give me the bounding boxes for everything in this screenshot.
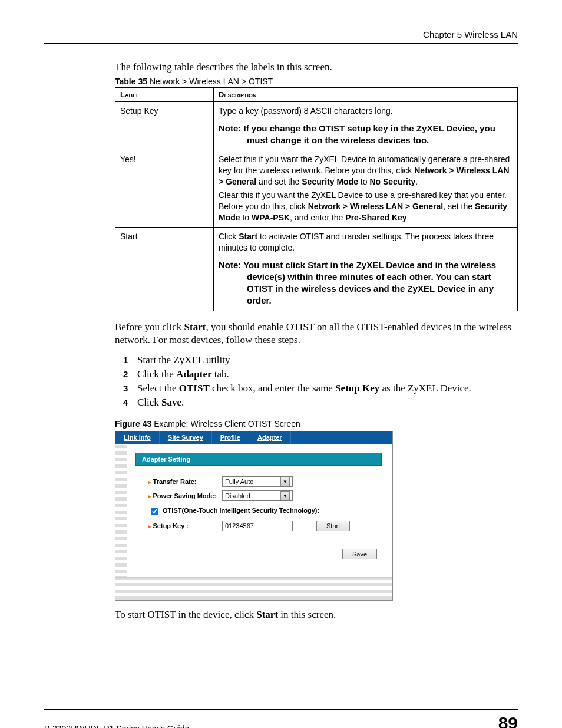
step-number: 4	[123, 397, 137, 407]
txt: .	[415, 177, 418, 186]
table-col-label: Label	[115, 88, 214, 102]
bold: No Security	[369, 177, 415, 186]
txt: To start OTIST in the device, click	[115, 609, 256, 620]
step-text: Start the ZyXEL utility	[137, 354, 230, 365]
row-yes-label: Yes!	[115, 150, 214, 227]
table-col-description: Description	[214, 88, 518, 102]
txt: Click	[137, 397, 161, 408]
table-35: Label Description Setup Key Type a key (…	[115, 87, 518, 311]
chapter-header: Chapter 5 Wireless LAN	[44, 29, 518, 39]
row-yes-desc: Select this if you want the ZyXEL Device…	[214, 150, 518, 227]
txt: to	[358, 177, 369, 186]
step-number: 2	[123, 369, 137, 379]
bold: Security Mode	[302, 177, 358, 186]
tab-link-info[interactable]: Link Info	[115, 431, 160, 444]
bold: Start	[256, 609, 278, 620]
tab-adapter[interactable]: Adapter	[249, 431, 291, 444]
txt: Click the	[137, 368, 176, 380]
power-saving-label: Power Saving Mode:	[148, 492, 222, 499]
setup-key-input[interactable]	[222, 521, 293, 531]
row-start-desc: Click Start to activate OTIST and transf…	[214, 227, 518, 311]
setup-key-note: Note: If you change the OTIST setup key …	[219, 123, 513, 147]
power-saving-value: Disabled	[225, 492, 250, 499]
txt: in this screen.	[278, 609, 336, 620]
row-start-label: Start	[115, 227, 214, 311]
transfer-rate-label: Transfer Rate:	[148, 478, 222, 485]
header-rule	[44, 43, 518, 44]
bold: Pre-Shared Key	[345, 213, 406, 222]
setup-key-desc-text: Type a key (password) 8 ASCII characters…	[219, 106, 393, 116]
txt: to	[240, 213, 252, 222]
txt: and set the	[256, 177, 302, 186]
txt: as the ZyXEL Device.	[379, 383, 471, 394]
figure-tabs: Link Info Site Survey Profile Adapter	[115, 431, 392, 444]
bold: Start	[184, 321, 206, 332]
txt: tab.	[212, 368, 229, 380]
txt: .	[181, 397, 184, 408]
bold: Adapter	[176, 368, 211, 380]
transfer-rate-select[interactable]: Fully Auto ▼	[222, 476, 293, 487]
table-row: Yes! Select this if you want the ZyXEL D…	[115, 150, 518, 227]
start-button[interactable]: Start	[316, 521, 350, 531]
tab-profile[interactable]: Profile	[212, 431, 249, 444]
list-item: 4Click Save.	[123, 397, 518, 409]
list-item: 3Select the OTIST check box, and enter t…	[123, 383, 518, 394]
step-number: 1	[123, 355, 137, 365]
power-saving-select[interactable]: Disabled ▼	[222, 490, 293, 501]
table-35-caption: Table 35 Network > Wireless LAN > OTIST	[115, 77, 518, 86]
table-row: Start Click Start to activate OTIST and …	[115, 227, 518, 311]
list-item: 1Start the ZyXEL utility	[123, 354, 518, 366]
txt: .	[407, 213, 409, 222]
txt: Click	[219, 232, 239, 241]
txt: Before you click	[115, 321, 184, 332]
figure-caption-bold: Figure 43	[115, 419, 151, 429]
bold: Setup Key	[335, 383, 379, 394]
intro-text: The following table describes the labels…	[115, 61, 518, 73]
table-row: Setup Key Type a key (password) 8 ASCII …	[115, 102, 518, 150]
txt: to activate OTIST and transfer settings.…	[219, 232, 494, 252]
chevron-down-icon[interactable]: ▼	[280, 491, 290, 500]
bold: Network > Wireless LAN > General	[308, 202, 443, 211]
setup-key-label: Setup Key :	[148, 522, 222, 529]
after-figure-text: To start OTIST in the device, click Star…	[115, 609, 518, 621]
txt: check box, and enter the same	[210, 383, 335, 394]
footer-rule	[44, 709, 518, 710]
figure-43-panel: Link Info Site Survey Profile Adapter Ad…	[115, 431, 393, 601]
chevron-down-icon[interactable]: ▼	[280, 477, 290, 486]
decorative-stripe	[115, 577, 392, 600]
otist-checkbox[interactable]	[151, 508, 158, 515]
page-footer: P-2302HWUDL-P1 Series User's Guide 89	[44, 713, 518, 728]
otist-checkbox-label: OTIST(One-Touch Intelligent Security Tec…	[163, 508, 319, 515]
txt: , set the	[443, 202, 475, 211]
page-number: 89	[498, 713, 518, 728]
figure-43-caption: Figure 43 Example: Wireless Client OTIST…	[115, 419, 518, 429]
step-number: 3	[123, 383, 137, 393]
decorative-stripe	[115, 444, 127, 577]
after-table-para: Before you click Start, you should enabl…	[115, 321, 518, 348]
row-setup-key-label: Setup Key	[115, 102, 214, 150]
figure-caption-rest: Example: Wireless Client OTIST Screen	[151, 419, 300, 429]
bold: OTIST	[179, 383, 210, 394]
bold: Save	[161, 397, 181, 408]
bold: WPA-PSK	[252, 213, 290, 222]
table-caption-bold: Table 35	[115, 77, 147, 86]
steps-list: 1Start the ZyXEL utility 2Click the Adap…	[123, 354, 518, 409]
txt: , and enter the	[290, 213, 345, 222]
bold: Start	[239, 232, 257, 241]
start-note: Note: You must click Start in the ZyXEL …	[219, 259, 513, 307]
txt: Select the	[137, 383, 179, 394]
save-button[interactable]: Save	[342, 549, 377, 559]
row-setup-key-desc: Type a key (password) 8 ASCII characters…	[214, 102, 518, 150]
list-item: 2Click the Adapter tab.	[123, 368, 518, 380]
transfer-rate-value: Fully Auto	[225, 478, 253, 485]
footer-guide-title: P-2302HWUDL-P1 Series User's Guide	[44, 724, 189, 728]
tab-site-survey[interactable]: Site Survey	[160, 431, 212, 444]
adapter-setting-heading: Adapter Setting	[135, 453, 382, 466]
table-caption-rest: Network > Wireless LAN > OTIST	[147, 77, 273, 86]
